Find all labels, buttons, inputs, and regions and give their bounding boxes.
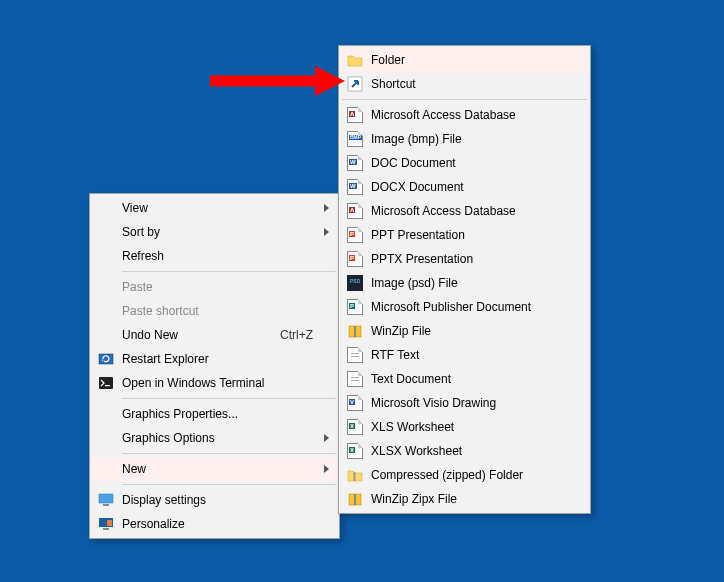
ppt-icon: P: [347, 227, 363, 243]
menu-item-undo-new[interactable]: Undo NewCtrl+Z: [92, 323, 337, 347]
winzip-zipx-icon: [347, 491, 363, 507]
psd-icon: PSD: [347, 275, 363, 291]
submenu-item-xlsx[interactable]: X XLSX Worksheet: [341, 439, 588, 463]
visio-icon: V: [347, 395, 363, 411]
submenu-item-zipped-folder[interactable]: Compressed (zipped) Folder: [341, 463, 588, 487]
docx-icon: W: [347, 179, 363, 195]
svg-rect-13: [354, 494, 356, 505]
submenu-item-bmp[interactable]: BMP Image (bmp) File: [341, 127, 588, 151]
menu-label: View: [122, 201, 148, 215]
submenu-item-access-database-2[interactable]: A Microsoft Access Database: [341, 199, 588, 223]
menu-label: Microsoft Access Database: [371, 108, 516, 122]
menu-label: Image (psd) File: [371, 276, 458, 290]
menu-label: Compressed (zipped) Folder: [371, 468, 523, 482]
submenu-item-psd[interactable]: PSD Image (psd) File: [341, 271, 588, 295]
personalize-icon: [98, 516, 114, 532]
menu-label: Personalize: [122, 517, 185, 531]
menu-item-open-terminal[interactable]: Open in Windows Terminal: [92, 371, 337, 395]
svg-rect-7: [107, 520, 112, 526]
submenu-item-publisher[interactable]: P Microsoft Publisher Document: [341, 295, 588, 319]
submenu-item-winzip[interactable]: WinZip File: [341, 319, 588, 343]
xlsx-icon: X: [347, 443, 363, 459]
svg-rect-2: [105, 385, 110, 386]
rtf-icon: [347, 347, 363, 363]
svg-rect-10: [354, 326, 356, 337]
menu-item-refresh[interactable]: Refresh: [92, 244, 337, 268]
menu-label: Graphics Options: [122, 431, 215, 445]
menu-label: Display settings: [122, 493, 206, 507]
menu-label: WinZip File: [371, 324, 431, 338]
menu-separator: [122, 484, 336, 485]
menu-label: Folder: [371, 53, 405, 67]
menu-label: DOCX Document: [371, 180, 464, 194]
svg-rect-1: [99, 377, 113, 389]
doc-icon: W: [347, 155, 363, 171]
submenu-item-text[interactable]: Text Document: [341, 367, 588, 391]
menu-label: Shortcut: [371, 77, 416, 91]
menu-label: DOC Document: [371, 156, 456, 170]
folder-icon: [347, 52, 363, 68]
menu-item-graphics-properties[interactable]: Graphics Properties...: [92, 402, 337, 426]
menu-label: RTF Text: [371, 348, 419, 362]
restart-explorer-icon: [98, 351, 114, 367]
submenu-item-winzip-zipx[interactable]: WinZip Zipx File: [341, 487, 588, 511]
menu-item-display-settings[interactable]: Display settings: [92, 488, 337, 512]
submenu-item-folder[interactable]: Folder: [341, 48, 588, 72]
submenu-item-xls[interactable]: X XLS Worksheet: [341, 415, 588, 439]
menu-separator: [342, 99, 587, 100]
annotation-arrow-icon: [210, 65, 345, 97]
submenu-item-ppt[interactable]: P PPT Presentation: [341, 223, 588, 247]
submenu-item-pptx[interactable]: P PPTX Presentation: [341, 247, 588, 271]
submenu-item-shortcut[interactable]: Shortcut: [341, 72, 588, 96]
zipped-folder-icon: [347, 467, 363, 483]
menu-label: PPT Presentation: [371, 228, 465, 242]
submenu-item-rtf[interactable]: RTF Text: [341, 343, 588, 367]
submenu-item-visio[interactable]: V Microsoft Visio Drawing: [341, 391, 588, 415]
menu-item-new[interactable]: New: [92, 457, 337, 481]
menu-label: Paste: [122, 280, 153, 294]
menu-label: Microsoft Access Database: [371, 204, 516, 218]
publisher-icon: P: [347, 299, 363, 315]
menu-label: Undo New: [122, 328, 178, 342]
menu-label: New: [122, 462, 146, 476]
menu-label: WinZip Zipx File: [371, 492, 457, 506]
menu-item-paste-shortcut: Paste shortcut: [92, 299, 337, 323]
menu-item-paste: Paste: [92, 275, 337, 299]
menu-label: Paste shortcut: [122, 304, 199, 318]
menu-item-sort-by[interactable]: Sort by: [92, 220, 337, 244]
menu-item-graphics-options[interactable]: Graphics Options: [92, 426, 337, 450]
menu-label: Restart Explorer: [122, 352, 209, 366]
menu-label: Graphics Properties...: [122, 407, 238, 421]
menu-label: XLSX Worksheet: [371, 444, 462, 458]
bmp-icon: BMP: [347, 131, 363, 147]
menu-label: Sort by: [122, 225, 160, 239]
menu-label: Microsoft Visio Drawing: [371, 396, 496, 410]
menu-label: Open in Windows Terminal: [122, 376, 265, 390]
desktop-context-menu: View Sort by Refresh Paste Paste shortcu…: [89, 193, 340, 539]
menu-item-restart-explorer[interactable]: Restart Explorer: [92, 347, 337, 371]
xls-icon: X: [347, 419, 363, 435]
submenu-item-docx[interactable]: W DOCX Document: [341, 175, 588, 199]
text-icon: [347, 371, 363, 387]
menu-item-view[interactable]: View: [92, 196, 337, 220]
svg-rect-11: [354, 472, 356, 481]
access-icon: A: [347, 107, 363, 123]
menu-label: Text Document: [371, 372, 451, 386]
menu-item-personalize[interactable]: Personalize: [92, 512, 337, 536]
menu-separator: [122, 453, 336, 454]
menu-label: Image (bmp) File: [371, 132, 462, 146]
shortcut-icon: [347, 76, 363, 92]
menu-label: XLS Worksheet: [371, 420, 454, 434]
submenu-arrow-icon: [324, 204, 329, 212]
submenu-item-access-database[interactable]: A Microsoft Access Database: [341, 103, 588, 127]
svg-rect-6: [103, 528, 109, 530]
access-icon: A: [347, 203, 363, 219]
terminal-icon: [98, 375, 114, 391]
winzip-icon: [347, 323, 363, 339]
svg-rect-4: [103, 504, 109, 506]
menu-shortcut: Ctrl+Z: [280, 328, 313, 342]
submenu-item-doc[interactable]: W DOC Document: [341, 151, 588, 175]
new-submenu: Folder Shortcut A Microsoft Access Datab…: [338, 45, 591, 514]
display-settings-icon: [98, 492, 114, 508]
submenu-arrow-icon: [324, 434, 329, 442]
